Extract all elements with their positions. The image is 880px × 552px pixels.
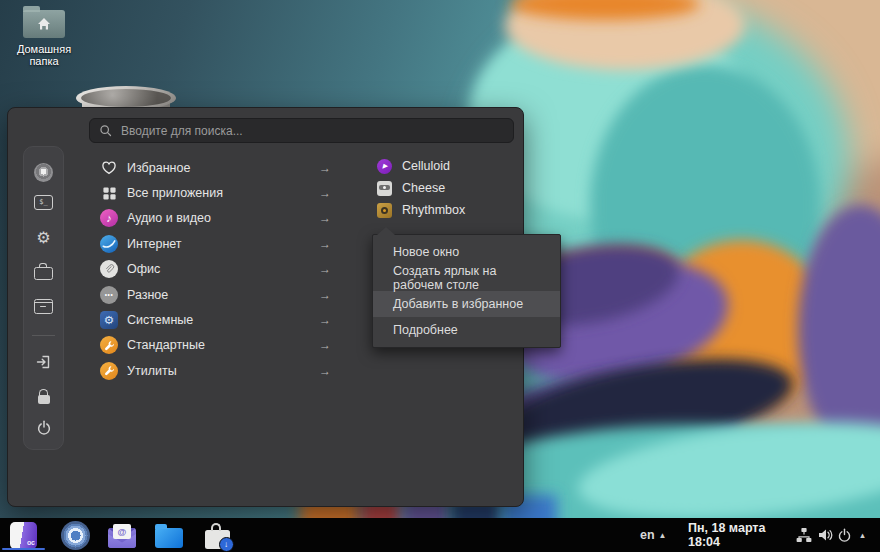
web-browser-icon[interactable] <box>24 162 63 182</box>
search-input[interactable] <box>119 123 504 139</box>
power-icon[interactable] <box>24 418 63 438</box>
category-item-office[interactable]: Офис → <box>100 257 336 282</box>
os-logo-icon: ос <box>10 522 37 549</box>
expand-up-icon: ▲ <box>659 531 667 540</box>
mail-icon: @ <box>108 528 136 548</box>
submenu-arrow: → <box>319 338 336 352</box>
menu-button[interactable]: ос <box>2 518 45 552</box>
volume-icon[interactable] <box>814 518 835 552</box>
category-item-misc[interactable]: ••• Разное → <box>100 282 336 307</box>
submenu-arrow: → <box>319 186 336 200</box>
lock-screen-icon[interactable] <box>24 386 63 406</box>
gear-icon: ⚙ <box>100 311 118 329</box>
terminal-icon[interactable]: $_ <box>24 192 63 212</box>
category-item-accessories[interactable]: Стандартные → <box>100 333 336 358</box>
app-item-rhythmbox[interactable]: Rhythmbox <box>377 199 527 221</box>
submenu-arrow: → <box>319 313 336 327</box>
context-item-details[interactable]: Подробнее <box>373 317 560 343</box>
category-item-system[interactable]: ⚙ Системные → <box>100 307 336 332</box>
tray-expand-icon[interactable]: ▴ <box>852 518 873 552</box>
taskbar: ос @ ↓ en ▲ Пн, 18 марта 18:04 <box>0 518 880 552</box>
category-list: Избранное → Все приложения → ♪ Аудио и в… <box>100 155 336 384</box>
clock[interactable]: Пн, 18 марта 18:04 <box>688 518 788 552</box>
heart-icon <box>100 160 118 176</box>
keyboard-layout-indicator[interactable]: en ▲ <box>640 518 667 552</box>
menu-sidebar: $_ ⚙ <box>23 146 64 450</box>
app-list: ▶ Celluloid Cheese Rhythmbox <box>377 155 527 221</box>
network-icon[interactable] <box>793 518 814 552</box>
mail-launcher[interactable]: @ <box>105 518 139 552</box>
home-folder-label: Домашняя папка <box>1 43 87 67</box>
context-item-new-window[interactable]: Новое окно <box>373 239 560 265</box>
submenu-arrow: → <box>319 161 336 175</box>
submenu-arrow: → <box>319 262 336 276</box>
submenu-arrow: → <box>319 364 336 378</box>
ellipsis-icon: ••• <box>100 286 118 304</box>
sidebar-separator <box>32 335 55 336</box>
tools-icon <box>100 336 118 354</box>
settings-gear-icon[interactable]: ⚙ <box>24 228 63 248</box>
app-item-cheese[interactable]: Cheese <box>377 177 527 199</box>
context-item-create-desktop-shortcut[interactable]: Создать ярлык на рабочем столе <box>373 265 560 291</box>
webcam-icon <box>377 181 392 196</box>
active-app-underline <box>2 548 45 550</box>
folder-icon <box>155 528 183 548</box>
desktop-screen: Домашняя папка $_ ⚙ <box>0 0 880 552</box>
submenu-arrow: → <box>319 288 336 302</box>
gear-glyph: ⚙ <box>36 228 50 248</box>
apps-grid-icon <box>100 186 118 201</box>
media-player-icon: ▶ <box>377 159 392 174</box>
context-menu: Новое окно Создать ярлык на рабочем стол… <box>372 234 561 348</box>
music-player-icon <box>377 203 392 218</box>
chromium-launcher[interactable] <box>58 518 92 552</box>
home-folder-desktop-icon[interactable]: Домашняя папка <box>1 6 87 67</box>
files-case-icon[interactable] <box>24 261 63 281</box>
category-item-audio-video[interactable]: ♪ Аудио и видео → <box>100 206 336 231</box>
category-item-utilities[interactable]: Утилиты → <box>100 358 336 383</box>
tools-icon <box>100 362 118 380</box>
context-item-add-to-favorites[interactable]: Добавить в избранное <box>373 291 560 317</box>
os-logo-badge: ос <box>27 539 35 546</box>
chromium-icon <box>61 521 90 550</box>
software-manager-icon[interactable] <box>24 296 63 316</box>
paperclip-icon <box>100 260 118 278</box>
category-item-favorites[interactable]: Избранное → <box>100 155 336 180</box>
submenu-arrow: → <box>319 237 336 251</box>
terminal-glyph: $_ <box>39 198 47 206</box>
globe-icon <box>100 235 118 253</box>
house-icon <box>36 17 52 31</box>
store-bag-icon: ↓ <box>205 530 230 549</box>
category-item-internet[interactable]: Интернет → <box>100 231 336 256</box>
search-bar[interactable] <box>89 118 514 143</box>
folder-icon <box>23 10 65 38</box>
submenu-arrow: → <box>319 211 336 225</box>
app-item-celluloid[interactable]: ▶ Celluloid <box>377 155 527 177</box>
search-icon <box>99 124 112 137</box>
logout-icon[interactable] <box>24 352 63 372</box>
download-badge-icon: ↓ <box>219 537 234 552</box>
music-icon: ♪ <box>100 209 118 227</box>
file-manager-launcher[interactable] <box>152 518 186 552</box>
app-store-launcher[interactable]: ↓ <box>200 518 234 552</box>
category-item-all-applications[interactable]: Все приложения → <box>100 180 336 205</box>
